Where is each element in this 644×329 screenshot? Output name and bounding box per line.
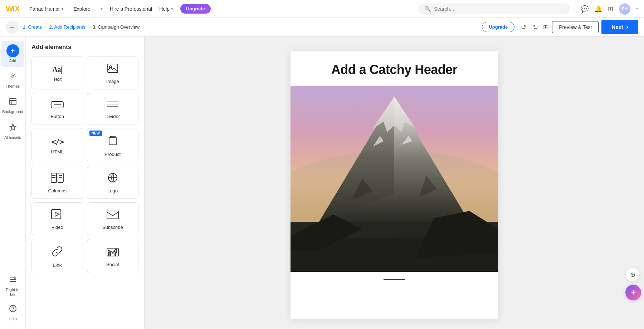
canvas-header-section: Add a Catchy Header (291, 51, 498, 86)
element-card-product[interactable]: NEW Product (87, 128, 139, 162)
chat-icon[interactable]: 💬 (581, 5, 589, 13)
element-card-button[interactable]: Button (31, 93, 83, 124)
undo-button[interactable]: ↺ (519, 22, 528, 33)
email-canvas[interactable]: Add a Catchy Header (291, 51, 498, 319)
divider-label: Divider (106, 114, 120, 119)
ai-emails-icon (9, 123, 17, 134)
redo-button[interactable]: ↻ (531, 22, 540, 33)
breadcrumb-sep-1: › (45, 25, 46, 30)
upgrade-button-nav[interactable]: Upgrade (180, 4, 211, 14)
avatar-chevron-icon: ▾ (636, 6, 638, 11)
bell-icon[interactable]: 🔔 (594, 5, 602, 13)
back-arrow-icon: ← (9, 24, 15, 30)
ai-sparkle-icon: ✦ (630, 288, 636, 297)
element-card-logo[interactable]: Logo (87, 166, 139, 199)
chevron-down-icon: ▾ (62, 7, 63, 11)
sidebar-item-background[interactable]: Background (1, 94, 24, 118)
link-icon (52, 246, 63, 260)
sidebar-item-themes[interactable]: Themes (1, 68, 24, 92)
image-label: Image (106, 79, 119, 84)
next-label: Next (611, 24, 623, 30)
search-bar[interactable]: 🔍 (419, 4, 569, 14)
avatar[interactable]: FH (619, 3, 630, 15)
breadcrumb-create[interactable]: 1. Create (23, 24, 42, 30)
breadcrumb-sep-2: › (88, 25, 90, 30)
ai-chat-button[interactable]: ✦ (625, 285, 641, 300)
svg-point-0 (12, 75, 14, 77)
canvas-image-area[interactable] (291, 86, 498, 272)
button-label: Button (50, 114, 64, 119)
next-button[interactable]: Next › (601, 20, 638, 34)
search-input[interactable] (434, 6, 564, 12)
elements-grid: Aa| Text Image (31, 57, 138, 273)
accessibility-icon: ⊕ (630, 271, 635, 279)
editor-toolbar: ← 1. Create › 2. Add Recipients › 3. Cam… (0, 18, 644, 36)
help-chevron-icon: ▾ (171, 6, 173, 11)
svg-rect-12 (58, 173, 63, 182)
user-menu[interactable]: Fahad Hamid ▾ (29, 6, 63, 12)
breadcrumb-recipients[interactable]: 2. Add Recipients (49, 24, 85, 30)
accessibility-button[interactable]: ⊕ (625, 267, 640, 282)
preview-test-button[interactable]: Preview & Test (552, 21, 599, 33)
add-icon: + (6, 44, 19, 57)
text-label: Text (53, 77, 62, 82)
sidebar-item-add[interactable]: + Add (1, 41, 24, 67)
svg-rect-4 (108, 64, 118, 73)
canvas-header-text[interactable]: Add a Catchy Header (305, 62, 484, 77)
explore-nav[interactable]: Explore (70, 5, 93, 13)
link-label: Link (53, 262, 62, 268)
rtl-icon (9, 275, 17, 286)
desktop-view-icon[interactable]: ⊞ (543, 24, 548, 30)
mountain-svg (291, 86, 498, 272)
next-arrow-icon: › (626, 23, 628, 31)
upgrade-button-toolbar[interactable]: Upgrade (482, 22, 514, 32)
add-panel-title: Add elements (31, 44, 138, 51)
product-icon (108, 135, 118, 149)
breadcrumb: 1. Create › 2. Add Recipients › 3. Campa… (23, 24, 140, 30)
text-icon: Aa| (53, 65, 62, 74)
element-card-social[interactable]: Social (87, 239, 139, 273)
explore-chevron-icon: ▾ (101, 6, 103, 11)
sidebar-ai-emails-label: AI Emails (4, 135, 21, 140)
nav-icon-group: 💬 🔔 ⊞ FH ▾ (581, 3, 638, 15)
element-card-html[interactable]: </> HTML (31, 128, 83, 162)
main-layout: + Add Themes Background (0, 36, 644, 329)
element-card-columns[interactable]: Columns (31, 166, 83, 199)
social-icon (107, 246, 119, 259)
image-icon (107, 63, 118, 76)
breadcrumb-overview[interactable]: 3. Campaign Overview (93, 24, 140, 30)
sidebar-item-rtl[interactable]: Right to left (1, 272, 24, 300)
sidebar-themes-label: Themes (6, 84, 20, 89)
product-label: Product (104, 152, 121, 157)
hire-professional-nav[interactable]: Hire a Professional (110, 6, 152, 12)
subscribe-icon (107, 209, 119, 222)
float-buttons: ⊕ ✦ (625, 267, 641, 300)
logo-icon (106, 173, 119, 185)
video-icon (51, 209, 63, 222)
apps-icon[interactable]: ⊞ (608, 5, 613, 13)
svg-point-3 (13, 310, 13, 310)
svg-rect-20 (107, 211, 118, 219)
social-label: Social (106, 262, 119, 267)
element-card-subscribe[interactable]: Subscribe (87, 202, 139, 235)
element-card-image[interactable]: Image (87, 57, 139, 89)
svg-marker-19 (55, 212, 59, 216)
element-card-link[interactable]: Link (31, 239, 83, 273)
element-card-video[interactable]: Video (31, 202, 83, 235)
button-icon (51, 100, 64, 111)
undo-redo-group: ↺ ↻ (519, 22, 540, 33)
sidebar-background-label: Background (2, 109, 23, 114)
email-canvas-area: Add a Catchy Header (145, 36, 644, 329)
columns-icon (51, 173, 64, 185)
sidebar-rtl-label: Right to left (4, 288, 21, 297)
element-card-text[interactable]: Aa| Text (31, 57, 83, 89)
html-icon: </> (51, 137, 63, 146)
element-card-divider[interactable]: Divider (87, 93, 139, 124)
sidebar-item-help[interactable]: Help (1, 301, 24, 325)
help-icon (9, 304, 17, 315)
sidebar-item-ai-emails[interactable]: AI Emails (1, 119, 24, 143)
help-nav[interactable]: Help ▾ (159, 6, 173, 12)
canvas-divider (384, 279, 405, 280)
logo-label: Logo (107, 188, 118, 193)
back-button[interactable]: ← (6, 21, 19, 34)
